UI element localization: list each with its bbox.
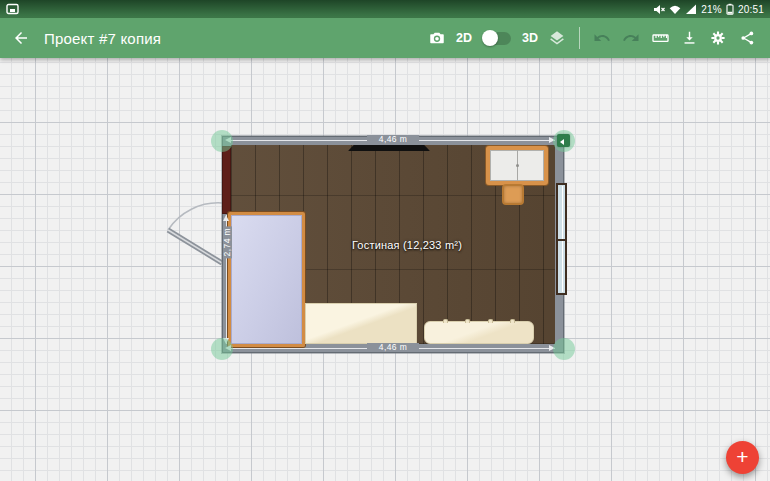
- ruler-icon: [651, 29, 670, 47]
- toolbar-divider: [579, 27, 580, 49]
- app-bar: Проект #7 копия 2D 3D: [0, 18, 770, 58]
- wifi-icon: [669, 4, 681, 15]
- desk[interactable]: [486, 146, 548, 185]
- back-icon: [12, 29, 30, 47]
- dimension-arrow: [223, 215, 229, 221]
- share-button[interactable]: [737, 26, 757, 50]
- download-icon: [681, 29, 698, 47]
- settings-button[interactable]: [708, 26, 728, 50]
- mode-3d-label[interactable]: 3D: [522, 31, 538, 45]
- selection-handle-top-left[interactable]: [211, 130, 233, 152]
- screenshot-notification-icon: [6, 3, 19, 15]
- layers-button[interactable]: [547, 26, 567, 50]
- gear-icon: [709, 29, 727, 47]
- battery-percent: 21%: [701, 4, 722, 15]
- clock: 20:51: [738, 4, 764, 15]
- dimension-label-top: 4,46 m: [367, 135, 419, 144]
- toolbar-actions: 2D 3D: [427, 26, 770, 50]
- sofa-cushion-button: [488, 319, 493, 323]
- download-button[interactable]: [679, 26, 699, 50]
- add-item-fab[interactable]: +: [726, 441, 759, 474]
- camera-button[interactable]: [427, 26, 447, 50]
- plus-icon: +: [736, 446, 748, 467]
- undo-button[interactable]: [592, 26, 612, 50]
- floorplan-canvas[interactable]: 4,46 m 4,46 m 2,74 m Гостиная (12,233 m²…: [0, 58, 770, 481]
- selection-handle-bottom-left[interactable]: [211, 338, 233, 360]
- room-name-label[interactable]: Гостиная (12,233 m²): [352, 239, 462, 251]
- selection-handle-bottom-right[interactable]: [553, 338, 575, 360]
- status-indicators: 21% 20:51: [653, 3, 764, 15]
- chair[interactable]: [502, 184, 524, 205]
- redo-icon: [622, 29, 640, 47]
- sofa-right[interactable]: [424, 321, 534, 344]
- signal-icon: [685, 4, 697, 15]
- window[interactable]: [556, 183, 567, 295]
- app-screen: 21% 20:51 Проект #7 копия: [0, 0, 770, 481]
- resize-handle[interactable]: [557, 134, 570, 147]
- sofa-left[interactable]: [305, 303, 417, 344]
- dimension-label-bottom: 4,46 m: [367, 343, 419, 352]
- camera-icon: [428, 29, 446, 47]
- dimension-label-left: 2,74 m: [223, 226, 232, 258]
- share-icon: [739, 29, 756, 47]
- layers-icon: [548, 29, 566, 47]
- undo-icon: [593, 29, 611, 47]
- mode-toggle[interactable]: [483, 32, 511, 45]
- wall-tv[interactable]: [348, 145, 430, 151]
- volume-muted-icon: [653, 4, 665, 15]
- mode-2d-label[interactable]: 2D: [456, 31, 472, 45]
- status-bar: 21% 20:51: [0, 0, 770, 18]
- ruler-button[interactable]: [650, 26, 670, 50]
- redo-button[interactable]: [621, 26, 641, 50]
- sofa-cushion-button: [510, 319, 515, 323]
- battery-icon: [726, 3, 734, 15]
- desk-handle-dot: [516, 164, 519, 167]
- window-mullion: [557, 239, 566, 241]
- sofa-cushion-button: [443, 319, 448, 323]
- door-swing-arc: [145, 138, 230, 268]
- bed[interactable]: [228, 212, 305, 347]
- toggle-knob: [482, 30, 498, 46]
- back-button[interactable]: [12, 29, 30, 47]
- sofa-cushion-button: [465, 319, 470, 323]
- door[interactable]: [222, 146, 231, 214]
- page-title: Проект #7 копия: [44, 30, 161, 47]
